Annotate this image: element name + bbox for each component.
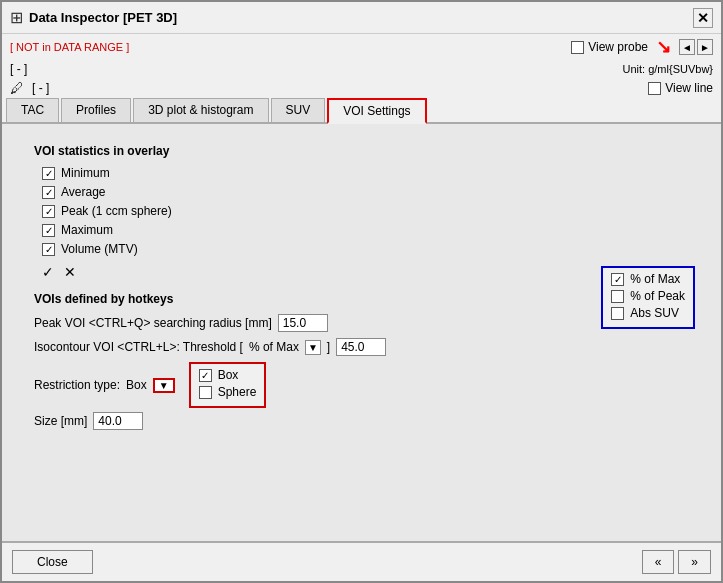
sphere-checkbox[interactable] <box>199 386 212 399</box>
average-label: Average <box>61 185 105 199</box>
tab-profiles[interactable]: Profiles <box>61 98 131 122</box>
isocontour-unit: % of Max <box>249 340 299 354</box>
nav-left-button[interactable]: ◄ <box>679 39 695 55</box>
restriction-label: Restriction type: <box>34 378 120 392</box>
tab-suv[interactable]: SUV <box>271 98 326 122</box>
float-options: % of Max % of Peak Abs SUV <box>601 266 695 333</box>
view-line-label: View line <box>665 81 713 95</box>
restriction-value: Box <box>126 378 147 392</box>
volume-checkbox[interactable] <box>42 243 55 256</box>
nav-right-button[interactable]: ► <box>697 39 713 55</box>
pct-of-peak-row: % of Peak <box>611 289 685 303</box>
isocontour-dropdown[interactable]: ▼ <box>305 340 321 355</box>
unit-section: Unit: g/ml{SUVbw} <box>623 63 713 75</box>
pct-of-max-checkbox[interactable] <box>611 273 624 286</box>
window-icon: ⊞ <box>10 8 23 27</box>
tabs-row: TAC Profiles 3D plot & histogram SUV VOI… <box>2 98 721 124</box>
tab-voi-settings[interactable]: VOI Settings <box>327 98 426 124</box>
view-line-section: View line <box>648 81 713 95</box>
view-line-checkbox[interactable] <box>648 82 661 95</box>
close-window-button[interactable]: ✕ <box>693 8 713 28</box>
dash1-label: [ - ] <box>10 62 27 76</box>
box-checkbox[interactable] <box>199 369 212 382</box>
data-range-label: [ NOT in DATA RANGE ] <box>10 41 129 53</box>
content-area: VOI statistics in overlay Minimum Averag… <box>18 136 705 450</box>
dash2-label: [ - ] <box>32 81 49 95</box>
pct-of-max-label: % of Max <box>630 272 680 286</box>
volume-label: Volume (MTV) <box>61 242 138 256</box>
isocontour-label: Isocontour VOI <CTRL+L>: Threshold [ <box>34 340 243 354</box>
peak-voi-input[interactable] <box>278 314 328 332</box>
peak-checkbox[interactable] <box>42 205 55 218</box>
pct-of-max-row: % of Max <box>611 272 685 286</box>
restriction-row: Restriction type: Box ▼ Box <box>34 362 689 408</box>
nav-buttons: ◄ ► <box>679 39 713 55</box>
bottom-bar: Close « » <box>2 541 721 581</box>
box-option-row: Box <box>199 368 257 382</box>
hotkeys-section: VOIs defined by hotkeys Peak VOI <CTRL+Q… <box>34 292 689 430</box>
close-button[interactable]: Close <box>12 550 93 574</box>
tab-tac[interactable]: TAC <box>6 98 59 122</box>
unit-label: Unit: g/ml{SUVbw} <box>623 63 713 75</box>
view-line-row: View line <box>648 81 713 95</box>
peak-row: Peak (1 ccm sphere) <box>34 204 689 218</box>
toolbar-row-2: [ - ] Unit: g/ml{SUVbw} <box>2 60 721 78</box>
minimum-row: Minimum <box>34 166 689 180</box>
size-label: Size [mm] <box>34 414 87 428</box>
abs-suv-label: Abs SUV <box>630 306 679 320</box>
sphere-label: Sphere <box>218 385 257 399</box>
tool-icon[interactable]: 🖊 <box>10 80 24 96</box>
maximum-checkbox[interactable] <box>42 224 55 237</box>
isocontour-bracket-close: ] <box>327 340 330 354</box>
title-bar: ⊞ Data Inspector [PET 3D] ✕ <box>2 2 721 34</box>
abs-suv-row: Abs SUV <box>611 306 685 320</box>
sphere-option-row: Sphere <box>199 385 257 399</box>
view-probe-label: View probe <box>588 40 648 54</box>
view-probe-row: View probe <box>571 40 648 54</box>
toolbar-row-3: 🖊 [ - ] View line <box>2 78 721 98</box>
box-sphere-container: Box Sphere <box>189 362 267 408</box>
abs-suv-checkbox[interactable] <box>611 307 624 320</box>
prev-button[interactable]: « <box>642 550 675 574</box>
size-row: Size [mm] <box>34 412 689 430</box>
confirm-icon[interactable]: ✓ <box>42 264 54 280</box>
maximum-label: Maximum <box>61 223 113 237</box>
main-window: ⊞ Data Inspector [PET 3D] ✕ [ NOT in DAT… <box>0 0 723 583</box>
bottom-nav: « » <box>642 550 711 574</box>
hotkeys-title: VOIs defined by hotkeys <box>34 292 689 306</box>
next-button[interactable]: » <box>678 550 711 574</box>
cancel-icon[interactable]: ✕ <box>64 264 76 280</box>
threshold-options-box: % of Max % of Peak Abs SUV <box>601 266 695 329</box>
title-bar-left: ⊞ Data Inspector [PET 3D] <box>10 8 177 27</box>
toolbar-row-1: [ NOT in DATA RANGE ] View probe ↘ ◄ ► <box>2 34 721 60</box>
view-probe-checkbox[interactable] <box>571 41 584 54</box>
toolbar-right: View probe ↘ ◄ ► <box>571 36 713 58</box>
restriction-dropdown[interactable]: ▼ <box>153 378 175 393</box>
window-title: Data Inspector [PET 3D] <box>29 10 177 25</box>
main-content: VOI statistics in overlay Minimum Averag… <box>2 124 721 541</box>
size-input[interactable] <box>93 412 143 430</box>
tab-3dplot[interactable]: 3D plot & histogram <box>133 98 268 122</box>
pct-of-peak-label: % of Peak <box>630 289 685 303</box>
isocontour-row: Isocontour VOI <CTRL+L>: Threshold [ % o… <box>34 338 689 356</box>
peak-voi-label: Peak VOI <CTRL+Q> searching radius [mm] <box>34 316 272 330</box>
voi-stats-title: VOI statistics in overlay <box>34 144 689 158</box>
maximum-row: Maximum <box>34 223 689 237</box>
box-label: Box <box>218 368 239 382</box>
action-row: ✓ ✕ <box>42 264 689 280</box>
arrow-icon: ↘ <box>656 36 671 58</box>
pct-of-peak-checkbox[interactable] <box>611 290 624 303</box>
minimum-checkbox[interactable] <box>42 167 55 180</box>
box-sphere-box: Box Sphere <box>189 362 267 408</box>
voi-stats-box: VOI statistics in overlay Minimum Averag… <box>18 136 705 450</box>
average-checkbox[interactable] <box>42 186 55 199</box>
peak-voi-row: Peak VOI <CTRL+Q> searching radius [mm] <box>34 314 689 332</box>
peak-label: Peak (1 ccm sphere) <box>61 204 172 218</box>
isocontour-input[interactable] <box>336 338 386 356</box>
volume-row: Volume (MTV) <box>34 242 689 256</box>
minimum-label: Minimum <box>61 166 110 180</box>
average-row: Average <box>34 185 689 199</box>
